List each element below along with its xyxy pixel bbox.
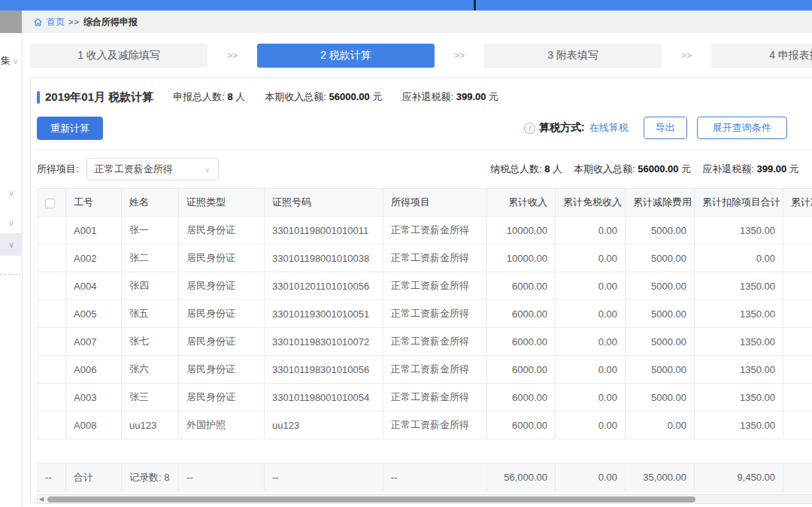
table-cell: 1350.00 — [695, 328, 783, 356]
table-cell: 正常工资薪金所得 — [383, 272, 487, 300]
table-cell: 10000.00 — [487, 217, 556, 244]
table-cell: 6000.00 — [487, 328, 556, 356]
income-item-select[interactable]: 正常工资薪金所得 ∨ — [86, 158, 219, 181]
total-cell: 56,000.00 — [487, 463, 556, 492]
table-cell: 330101198001010011 — [265, 217, 383, 244]
filter-stats: 纳税总人数: 8 人 本期收入总额: 56000.00 元 应补退税额: 399… — [490, 150, 799, 188]
table-cell: 外国护照 — [179, 411, 265, 439]
table-cell: 正常工资薪金所得 — [383, 217, 487, 244]
sidebar-header-strip — [0, 11, 22, 33]
table-row[interactable]: A003张三居民身份证330101198001010054正常工资薪金所得600… — [38, 384, 812, 411]
step-2-tax-calc[interactable]: 2 税款计算 — [257, 44, 435, 68]
table-cell: uu123 — [265, 411, 383, 439]
table-row[interactable]: A004张四居民身份证330101201101010056正常工资薪金所得600… — [38, 272, 812, 300]
stat-unit: 元 — [681, 163, 691, 175]
table-cell: 张一 — [122, 217, 179, 244]
table-cell: A006 — [66, 356, 122, 384]
expand-query-button[interactable]: 展开查询条件 — [697, 117, 787, 139]
income-item-label: 所得项目: — [37, 162, 79, 176]
breadcrumb: 首页 >> 综合所得申报 — [23, 11, 812, 33]
table-row[interactable]: A007张七居民身份证330101198301010072正常工资薪金所得600… — [38, 328, 812, 356]
table-cell: 居民身份证 — [179, 356, 265, 384]
select-all-checkbox[interactable] — [45, 199, 55, 208]
table-cell — [38, 328, 66, 356]
table-cell: 330101201101010056 — [265, 272, 383, 300]
breadcrumb-home-link[interactable]: 首页 — [47, 16, 65, 29]
table-cell: 6000.00 — [487, 272, 556, 300]
table-cell — [38, 411, 66, 439]
stat-unit: 元 — [789, 163, 799, 175]
table-cell: 1350.00 — [695, 356, 783, 384]
sidebar-item-chevron[interactable]: ∨ — [0, 188, 23, 198]
step-3-schedules[interactable]: 3 附表填写 — [484, 44, 662, 68]
table-cell: A004 — [66, 272, 122, 300]
horizontal-scrollbar[interactable]: ◀ — [37, 494, 812, 504]
stat-value: 399.00 — [456, 91, 486, 102]
table-row[interactable]: A006张六居民身份证330101198301010056正常工资薪金所得600… — [38, 356, 812, 384]
step-1-income[interactable]: 1 收入及减除填写 — [30, 44, 208, 68]
table-cell: 0.00 — [556, 217, 626, 244]
stat-label: 申报总人数: — [173, 91, 225, 102]
table-cell: 330101198001010038 — [265, 244, 383, 272]
export-button[interactable]: 导出 — [644, 117, 687, 139]
table-cell: 1350.00 — [695, 217, 783, 244]
table-cell: A008 — [66, 411, 122, 439]
table-cell: 张五 — [122, 300, 179, 328]
table-row[interactable]: A008uu123外国护照uu123正常工资薪金所得6000.000.000.0… — [38, 411, 812, 439]
table-cell: 1350.00 — [695, 411, 783, 439]
tax-mode-value-link[interactable]: 在线算税 — [589, 121, 629, 135]
table-cell: 6000.00 — [487, 411, 556, 439]
table-cell: 330101198301010072 — [265, 328, 383, 356]
table-cell: 5000.00 — [626, 272, 695, 300]
table-row[interactable]: A001张一居民身份证330101198001010011正常工资薪金所得100… — [38, 217, 812, 244]
sidebar-item-chevron[interactable]: ∨ — [0, 218, 23, 228]
total-cell: -- — [179, 463, 265, 492]
stat-unit: 元 — [489, 91, 498, 102]
table-cell: 张三 — [122, 384, 179, 411]
table-cell: 330101193001010051 — [265, 300, 383, 328]
panel-header: 2019年01月 税款计算 申报总人数: 8 人 本期收入总额: 56000.0… — [37, 87, 812, 107]
stat-unit: 人 — [553, 163, 562, 175]
table-cell: 0.00 — [556, 272, 626, 300]
sidebar-item-partial[interactable]: 集 ∨ — [1, 54, 18, 68]
column-header: 累计扣除项目合计 — [695, 189, 783, 217]
table-cell: 5000.00 — [626, 328, 695, 356]
stat-value: 56000.00 — [329, 91, 370, 102]
chevron-down-icon: ∨ — [8, 240, 14, 250]
table-row[interactable]: A005张五居民身份证330101193001010051正常工资薪金所得600… — [38, 300, 812, 328]
table-cell: A005 — [66, 300, 122, 328]
table-cell: 张四 — [122, 272, 179, 300]
chevron-down-icon: ∨ — [8, 218, 14, 227]
recalculate-button[interactable]: 重新计算 — [37, 117, 103, 140]
table-cell: 5000.00 — [626, 217, 695, 244]
table-cell — [38, 384, 66, 411]
toolbar-right-group: i 算税方式: 在线算税 导出 展开查询条件 — [524, 117, 787, 139]
home-icon — [33, 17, 43, 27]
tax-calc-panel: 2019年01月 税款计算 申报总人数: 8 人 本期收入总额: 56000.0… — [30, 77, 812, 503]
table-cell — [38, 356, 66, 384]
table-cell: 5000.00 — [626, 384, 695, 411]
table-cell: 6000.00 — [487, 356, 556, 384]
scroll-left-arrow-icon[interactable]: ◀ — [39, 496, 44, 503]
table-cell: 张六 — [122, 356, 179, 384]
stat-value: 56000.00 — [638, 163, 678, 175]
column-header: 证照号码 — [265, 189, 383, 217]
column-header: 工号 — [66, 189, 122, 217]
table-cell: uu123 — [122, 411, 179, 439]
step-4-submit[interactable]: 4 申报表报送 — [711, 44, 812, 68]
collapsed-sidebar: 集 ∨ ∨ ∨ ∨ — [0, 11, 23, 507]
stat-label: 纳税总人数: — [490, 163, 542, 175]
table-cell: 1350.00 — [695, 300, 783, 328]
table-cell — [38, 300, 66, 328]
table-cell: A003 — [66, 384, 122, 411]
stat-tax-due: 应补退税额: 399.00 元 — [401, 90, 498, 104]
table-cell: 5000.00 — [626, 356, 695, 384]
stat-income-total: 本期收入总额: 56000.00 元 — [574, 162, 691, 176]
step-separator: >> — [662, 50, 711, 61]
total-cell: -- — [383, 463, 487, 492]
sidebar-item-active[interactable]: ∨ — [0, 233, 23, 256]
scrollbar-thumb[interactable] — [47, 496, 695, 502]
table-cell: A001 — [66, 217, 122, 244]
table-row[interactable]: A002张二居民身份证330101198001010038正常工资薪金所得100… — [38, 244, 812, 272]
total-cell: 35,000.00 — [626, 463, 695, 492]
